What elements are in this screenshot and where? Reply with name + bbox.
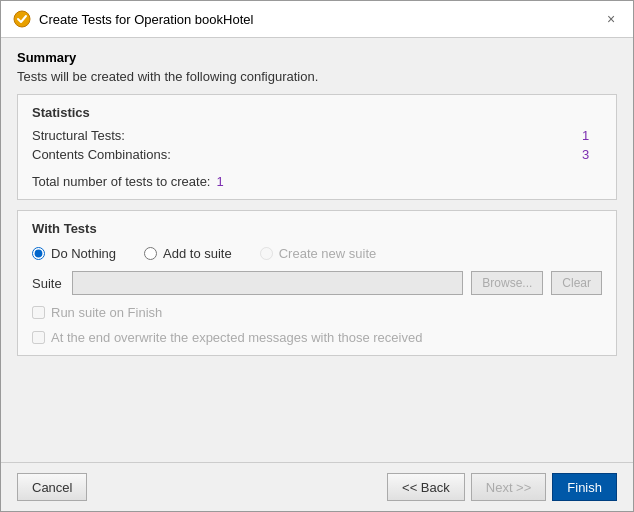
total-row: Total number of tests to create: 1 — [32, 174, 602, 189]
run-suite-row: Run suite on Finish — [32, 305, 602, 320]
contents-combinations-row: Contents Combinations: 3 — [32, 147, 602, 162]
title-bar: Create Tests for Operation bookHotel × — [1, 1, 633, 38]
radio-group: Do Nothing Add to suite Create new suite — [32, 246, 602, 261]
with-tests-title: With Tests — [32, 221, 602, 236]
suite-input[interactable] — [72, 271, 463, 295]
do-nothing-label: Do Nothing — [51, 246, 116, 261]
contents-combinations-value: 3 — [582, 147, 602, 162]
add-to-suite-radio[interactable] — [144, 247, 157, 260]
structural-tests-label: Structural Tests: — [32, 128, 125, 143]
do-nothing-radio[interactable] — [32, 247, 45, 260]
suite-label: Suite — [32, 276, 64, 291]
create-new-suite-label: Create new suite — [279, 246, 377, 261]
total-value: 1 — [216, 174, 223, 189]
dialog-footer: Cancel << Back Next >> Finish — [1, 462, 633, 511]
run-suite-checkbox[interactable] — [32, 306, 45, 319]
dialog-icon — [13, 10, 31, 28]
overwrite-checkbox[interactable] — [32, 331, 45, 344]
structural-tests-row: Structural Tests: 1 — [32, 128, 602, 143]
summary-section: Summary Tests will be created with the f… — [17, 50, 617, 84]
next-button[interactable]: Next >> — [471, 473, 547, 501]
close-button[interactable]: × — [601, 9, 621, 29]
suite-row: Suite Browse... Clear — [32, 271, 602, 295]
structural-tests-value: 1 — [582, 128, 602, 143]
overwrite-row: At the end overwrite the expected messag… — [32, 330, 602, 345]
create-tests-dialog: Create Tests for Operation bookHotel × S… — [0, 0, 634, 512]
add-to-suite-label: Add to suite — [163, 246, 232, 261]
radio-do-nothing[interactable]: Do Nothing — [32, 246, 116, 261]
back-button[interactable]: << Back — [387, 473, 465, 501]
dialog-title: Create Tests for Operation bookHotel — [39, 12, 593, 27]
summary-title: Summary — [17, 50, 617, 65]
with-tests-box: With Tests Do Nothing Add to suite Creat… — [17, 210, 617, 356]
dialog-content: Summary Tests will be created with the f… — [1, 38, 633, 462]
svg-point-0 — [14, 11, 30, 27]
run-suite-label: Run suite on Finish — [51, 305, 162, 320]
finish-button[interactable]: Finish — [552, 473, 617, 501]
overwrite-label: At the end overwrite the expected messag… — [51, 330, 422, 345]
footer-right: << Back Next >> Finish — [387, 473, 617, 501]
radio-create-new-suite[interactable]: Create new suite — [260, 246, 377, 261]
statistics-box: Statistics Structural Tests: 1 Contents … — [17, 94, 617, 200]
statistics-title: Statistics — [32, 105, 602, 120]
radio-add-to-suite[interactable]: Add to suite — [144, 246, 232, 261]
clear-button[interactable]: Clear — [551, 271, 602, 295]
contents-combinations-label: Contents Combinations: — [32, 147, 171, 162]
footer-left: Cancel — [17, 473, 87, 501]
total-label: Total number of tests to create: — [32, 174, 210, 189]
summary-description: Tests will be created with the following… — [17, 69, 617, 84]
cancel-button[interactable]: Cancel — [17, 473, 87, 501]
create-new-suite-radio[interactable] — [260, 247, 273, 260]
browse-button[interactable]: Browse... — [471, 271, 543, 295]
